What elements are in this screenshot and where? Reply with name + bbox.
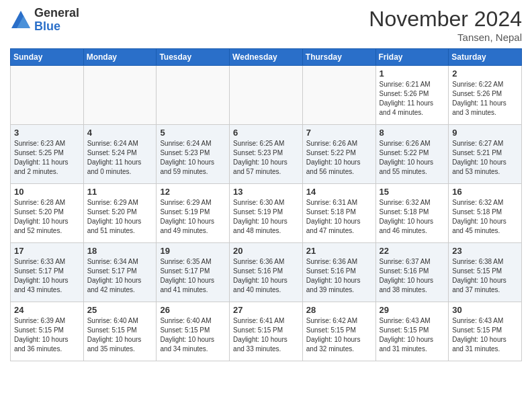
day-number: 7 (306, 128, 372, 138)
day-info: Sunrise: 6:29 AMSunset: 5:19 PMDaylight:… (160, 198, 226, 236)
day-number: 17 (14, 246, 80, 256)
calendar-day-cell: 8Sunrise: 6:26 AMSunset: 5:22 PMDaylight… (375, 125, 449, 184)
day-info: Sunrise: 6:41 AMSunset: 5:15 PMDaylight:… (233, 316, 299, 354)
calendar-day-cell: 17Sunrise: 6:33 AMSunset: 5:17 PMDayligh… (11, 243, 84, 302)
day-number: 3 (14, 128, 80, 138)
weekday-header-monday: Monday (83, 49, 157, 66)
calendar-table: SundayMondayTuesdayWednesdayThursdayFrid… (10, 48, 522, 361)
logo-general: General (34, 7, 79, 20)
day-number: 10 (14, 187, 80, 197)
calendar-day-cell: 6Sunrise: 6:25 AMSunset: 5:23 PMDaylight… (230, 125, 303, 184)
day-info: Sunrise: 6:30 AMSunset: 5:19 PMDaylight:… (233, 198, 299, 236)
logo-blue: Blue (34, 20, 79, 34)
calendar-day-cell: 28Sunrise: 6:42 AMSunset: 5:15 PMDayligh… (302, 302, 375, 361)
calendar-day-cell: 1Sunrise: 6:21 AMSunset: 5:26 PMDaylight… (375, 66, 449, 125)
day-number: 19 (160, 246, 226, 256)
weekday-header-wednesday: Wednesday (230, 49, 303, 66)
month-title: November 2024 (369, 7, 522, 32)
empty-cell (11, 66, 84, 125)
header: General Blue November 2024 Tansen, Nepal (10, 7, 522, 43)
day-info: Sunrise: 6:38 AMSunset: 5:15 PMDaylight:… (452, 257, 518, 295)
day-info: Sunrise: 6:27 AMSunset: 5:21 PMDaylight:… (452, 139, 518, 177)
day-info: Sunrise: 6:32 AMSunset: 5:18 PMDaylight:… (380, 198, 445, 236)
calendar-day-cell: 2Sunrise: 6:22 AMSunset: 5:26 PMDaylight… (449, 66, 522, 125)
day-number: 4 (87, 128, 153, 138)
day-info: Sunrise: 6:25 AMSunset: 5:23 PMDaylight:… (233, 139, 299, 177)
calendar-day-cell: 30Sunrise: 6:43 AMSunset: 5:15 PMDayligh… (449, 302, 522, 361)
day-number: 22 (380, 246, 445, 256)
day-number: 28 (306, 305, 372, 315)
day-info: Sunrise: 6:26 AMSunset: 5:22 PMDaylight:… (380, 139, 445, 177)
day-number: 27 (233, 305, 299, 315)
empty-cell (83, 66, 157, 125)
day-info: Sunrise: 6:26 AMSunset: 5:22 PMDaylight:… (306, 139, 372, 177)
logo-icon (10, 9, 32, 31)
calendar-week-row: 24Sunrise: 6:39 AMSunset: 5:15 PMDayligh… (11, 302, 522, 361)
calendar-day-cell: 16Sunrise: 6:32 AMSunset: 5:18 PMDayligh… (449, 184, 522, 243)
day-info: Sunrise: 6:40 AMSunset: 5:15 PMDaylight:… (160, 316, 226, 354)
calendar-day-cell: 15Sunrise: 6:32 AMSunset: 5:18 PMDayligh… (375, 184, 449, 243)
weekday-header-thursday: Thursday (302, 49, 375, 66)
weekday-header-saturday: Saturday (449, 49, 522, 66)
calendar-day-cell: 3Sunrise: 6:23 AMSunset: 5:25 PMDaylight… (11, 125, 84, 184)
day-info: Sunrise: 6:28 AMSunset: 5:20 PMDaylight:… (14, 198, 80, 236)
calendar-day-cell: 23Sunrise: 6:38 AMSunset: 5:15 PMDayligh… (449, 243, 522, 302)
weekday-header-tuesday: Tuesday (157, 49, 230, 66)
day-number: 24 (14, 305, 80, 315)
day-number: 6 (233, 128, 299, 138)
calendar-day-cell: 10Sunrise: 6:28 AMSunset: 5:20 PMDayligh… (11, 184, 84, 243)
calendar-day-cell: 21Sunrise: 6:36 AMSunset: 5:16 PMDayligh… (302, 243, 375, 302)
day-number: 5 (160, 128, 226, 138)
day-number: 12 (160, 187, 226, 197)
day-info: Sunrise: 6:36 AMSunset: 5:16 PMDaylight:… (233, 257, 299, 295)
day-number: 16 (452, 187, 518, 197)
calendar-day-cell: 9Sunrise: 6:27 AMSunset: 5:21 PMDaylight… (449, 125, 522, 184)
day-number: 29 (380, 305, 445, 315)
day-info: Sunrise: 6:36 AMSunset: 5:16 PMDaylight:… (306, 257, 372, 295)
calendar-day-cell: 18Sunrise: 6:34 AMSunset: 5:17 PMDayligh… (83, 243, 157, 302)
day-number: 21 (306, 246, 372, 256)
calendar-day-cell: 12Sunrise: 6:29 AMSunset: 5:19 PMDayligh… (157, 184, 230, 243)
calendar-day-cell: 27Sunrise: 6:41 AMSunset: 5:15 PMDayligh… (230, 302, 303, 361)
day-number: 26 (160, 305, 226, 315)
calendar-day-cell: 7Sunrise: 6:26 AMSunset: 5:22 PMDaylight… (302, 125, 375, 184)
calendar-day-cell: 14Sunrise: 6:31 AMSunset: 5:18 PMDayligh… (302, 184, 375, 243)
day-info: Sunrise: 6:24 AMSunset: 5:23 PMDaylight:… (160, 139, 226, 177)
day-number: 11 (87, 187, 153, 197)
page: General Blue November 2024 Tansen, Nepal… (0, 0, 532, 371)
day-info: Sunrise: 6:34 AMSunset: 5:17 PMDaylight:… (87, 257, 153, 295)
calendar-day-cell: 26Sunrise: 6:40 AMSunset: 5:15 PMDayligh… (157, 302, 230, 361)
day-info: Sunrise: 6:43 AMSunset: 5:15 PMDaylight:… (452, 316, 518, 354)
day-number: 14 (306, 187, 372, 197)
calendar-week-row: 10Sunrise: 6:28 AMSunset: 5:20 PMDayligh… (11, 184, 522, 243)
day-number: 18 (87, 246, 153, 256)
empty-cell (302, 66, 375, 125)
day-number: 15 (380, 187, 445, 197)
day-info: Sunrise: 6:21 AMSunset: 5:26 PMDaylight:… (380, 80, 445, 118)
day-info: Sunrise: 6:24 AMSunset: 5:24 PMDaylight:… (87, 139, 153, 177)
calendar-day-cell: 20Sunrise: 6:36 AMSunset: 5:16 PMDayligh… (230, 243, 303, 302)
location-title: Tansen, Nepal (369, 32, 522, 43)
empty-cell (157, 66, 230, 125)
day-info: Sunrise: 6:29 AMSunset: 5:20 PMDaylight:… (87, 198, 153, 236)
calendar-day-cell: 25Sunrise: 6:40 AMSunset: 5:15 PMDayligh… (83, 302, 157, 361)
day-number: 23 (452, 246, 518, 256)
day-info: Sunrise: 6:39 AMSunset: 5:15 PMDaylight:… (14, 316, 80, 354)
day-number: 9 (452, 128, 518, 138)
calendar-day-cell: 29Sunrise: 6:43 AMSunset: 5:15 PMDayligh… (375, 302, 449, 361)
day-info: Sunrise: 6:43 AMSunset: 5:15 PMDaylight:… (380, 316, 445, 354)
day-info: Sunrise: 6:32 AMSunset: 5:18 PMDaylight:… (452, 198, 518, 236)
calendar-day-cell: 4Sunrise: 6:24 AMSunset: 5:24 PMDaylight… (83, 125, 157, 184)
day-number: 30 (452, 305, 518, 315)
day-info: Sunrise: 6:35 AMSunset: 5:17 PMDaylight:… (160, 257, 226, 295)
calendar-day-cell: 24Sunrise: 6:39 AMSunset: 5:15 PMDayligh… (11, 302, 84, 361)
weekday-header-sunday: Sunday (11, 49, 84, 66)
calendar-day-cell: 22Sunrise: 6:37 AMSunset: 5:16 PMDayligh… (375, 243, 449, 302)
day-info: Sunrise: 6:37 AMSunset: 5:16 PMDaylight:… (380, 257, 445, 295)
day-info: Sunrise: 6:40 AMSunset: 5:15 PMDaylight:… (87, 316, 153, 354)
logo: General Blue (10, 7, 79, 34)
calendar-week-row: 17Sunrise: 6:33 AMSunset: 5:17 PMDayligh… (11, 243, 522, 302)
day-info: Sunrise: 6:31 AMSunset: 5:18 PMDaylight:… (306, 198, 372, 236)
day-number: 8 (380, 128, 445, 138)
day-number: 1 (380, 68, 445, 79)
